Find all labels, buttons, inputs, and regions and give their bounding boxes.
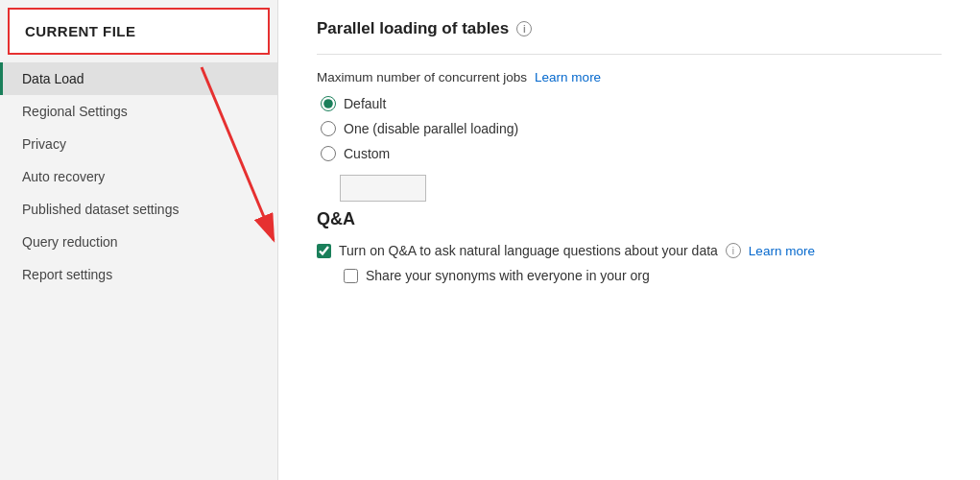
sidebar-item-report-settings[interactable]: Report settings (0, 258, 277, 291)
max-jobs-label: Maximum number of concurrent jobs (317, 70, 527, 84)
qa-learn-more-link[interactable]: Learn more (749, 244, 815, 258)
custom-value-input-wrapper (340, 175, 942, 202)
qa-section: Q&A Turn on Q&A to ask natural language … (317, 209, 942, 283)
turn-on-qa-row: Turn on Q&A to ask natural language ques… (317, 243, 942, 258)
share-synonyms-label: Share your synonyms with everyone in you… (366, 268, 650, 283)
sidebar-item-query-reduction[interactable]: Query reduction (0, 226, 277, 258)
sidebar-item-privacy[interactable]: Privacy (0, 128, 277, 160)
sidebar-header-text: CURRENT FILE (25, 23, 135, 39)
parallel-loading-title: Parallel loading of tables (317, 19, 509, 38)
radio-item-default[interactable]: Default (321, 96, 942, 111)
sidebar-item-published-dataset-settings[interactable]: Published dataset settings (0, 193, 277, 226)
share-synonyms-row: Share your synonyms with everyone in you… (344, 268, 942, 283)
share-synonyms-checkbox[interactable] (344, 269, 358, 283)
turn-on-qa-label: Turn on Q&A to ask natural language ques… (339, 243, 718, 258)
radio-item-custom[interactable]: Custom (321, 146, 942, 161)
radio-custom[interactable] (321, 146, 336, 161)
parallel-loading-section: Parallel loading of tables i (317, 19, 942, 38)
radio-default[interactable] (321, 96, 336, 111)
sidebar-nav: Data Load Regional Settings Privacy Auto… (0, 62, 277, 291)
radio-one[interactable] (321, 121, 336, 136)
turn-on-qa-checkbox[interactable] (317, 244, 331, 258)
custom-value-input[interactable] (340, 175, 426, 202)
sidebar-header: CURRENT FILE (8, 8, 270, 55)
sidebar-item-data-load[interactable]: Data Load (0, 62, 277, 95)
max-jobs-label-row: Maximum number of concurrent jobs Learn … (317, 70, 942, 84)
qa-title: Q&A (317, 209, 942, 229)
radio-item-one[interactable]: One (disable parallel loading) (321, 121, 942, 136)
parallel-loading-radio-group: Default One (disable parallel loading) C… (321, 96, 942, 161)
sidebar-item-auto-recovery[interactable]: Auto recovery (0, 160, 277, 193)
qa-info-icon[interactable]: i (726, 243, 741, 258)
parallel-loading-info-icon[interactable]: i (516, 21, 532, 36)
divider-top (317, 54, 942, 55)
sidebar: CURRENT FILE Data Load Regional Settings… (0, 0, 278, 480)
sidebar-item-regional-settings[interactable]: Regional Settings (0, 95, 277, 128)
turn-on-qa-label-group: Turn on Q&A to ask natural language ques… (339, 243, 815, 258)
main-content: Parallel loading of tables i Maximum num… (278, 0, 980, 480)
parallel-loading-learn-more-link[interactable]: Learn more (535, 70, 601, 84)
